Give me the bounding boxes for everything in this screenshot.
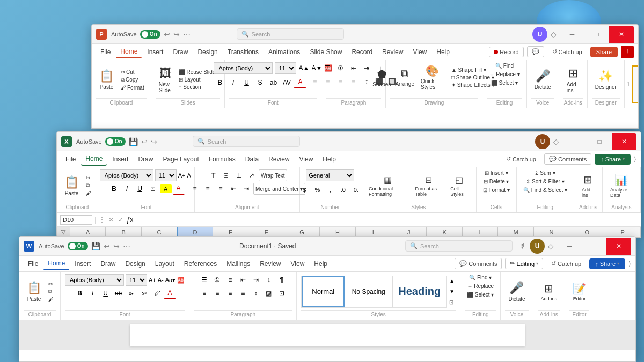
wd-styles-expand-btn[interactable]: ⊡	[449, 299, 455, 305]
pp-quick-styles-btn[interactable]: 🎨 Quick Styles	[418, 62, 447, 92]
wd-clear-format-btn[interactable]: 🆎	[177, 277, 185, 284]
xl-fill-color-btn[interactable]: A	[160, 184, 172, 193]
wd-more-btn[interactable]: ⋯	[123, 242, 130, 250]
xl-merge-btn[interactable]: Merge and Center ▾	[253, 183, 305, 195]
pp-menu-review[interactable]: Review	[378, 46, 407, 58]
wd-user-avatar[interactable]: U	[530, 239, 545, 254]
pp-font-size-select[interactable]: 11	[275, 62, 296, 74]
wd-borders-btn[interactable]: ⊡	[276, 287, 288, 299]
xl-save-icon[interactable]: 💾	[129, 137, 138, 146]
pp-menu-help[interactable]: Help	[432, 46, 454, 58]
pp-bullets-btn[interactable]: ☰	[322, 62, 334, 74]
wd-close-btn[interactable]: ✕	[606, 238, 631, 255]
xl-cancel-formula-btn[interactable]: ✕	[108, 216, 114, 224]
pp-menu-home[interactable]: Home	[116, 46, 142, 58]
pp-increase-indent-btn[interactable]: ⇥	[361, 62, 372, 74]
pp-arrange-btn[interactable]: ⧉ Arrange	[394, 65, 415, 89]
wd-extra-btn[interactable]: ⟩	[628, 260, 631, 268]
pp-paste-btn[interactable]: 📋 Paste	[96, 67, 117, 92]
pp-user-avatar[interactable]: U	[532, 27, 547, 42]
xl-borders-btn[interactable]: ⊡	[147, 183, 159, 195]
wd-align-left-btn[interactable]: ≡	[199, 287, 210, 299]
xl-format-painter-btn[interactable]: 🖌	[84, 190, 93, 197]
wd-align-right-btn[interactable]: ≡	[224, 287, 236, 299]
xl-inc-places-btn[interactable]: 0.	[350, 184, 362, 196]
wd-font-increase-btn[interactable]: A+	[149, 277, 156, 283]
xl-menu-formulas[interactable]: Formulas	[204, 153, 240, 165]
pp-close-btn[interactable]: ✕	[609, 26, 634, 43]
pp-dictate-btn[interactable]: 🎤 Dictate	[531, 67, 554, 92]
pp-font-color-btn[interactable]: A	[294, 77, 306, 88]
pp-select-btn[interactable]: ⬛ Select ▾	[489, 79, 520, 86]
wd-catchup-btn[interactable]: ↺ Catch up	[546, 258, 586, 269]
xl-sum-btn[interactable]: Σ Sum ▾	[533, 169, 557, 176]
xl-dec-places-btn[interactable]: .0	[337, 184, 349, 196]
wd-select-btn[interactable]: ⬛ Select ▾	[465, 291, 496, 298]
wd-font-decrease-btn[interactable]: A-	[158, 277, 164, 283]
pp-menu-transitions[interactable]: Transitions	[223, 46, 263, 58]
xl-menu-help[interactable]: Help	[318, 153, 340, 165]
wd-share-btn[interactable]: ↑ Share ▾	[589, 258, 625, 269]
xl-autosave-toggle[interactable]: On	[105, 137, 126, 146]
wd-menu-help[interactable]: Help	[310, 258, 332, 270]
xl-format-btn[interactable]: ⊡ Format ▾	[481, 187, 512, 194]
wd-dictate-btn[interactable]: 🎤 Dictate	[505, 279, 528, 304]
xl-format-table-btn[interactable]: ⊟ Format as Table	[412, 173, 445, 199]
wd-menu-references[interactable]: References	[180, 258, 221, 270]
wd-menu-draw[interactable]: Draw	[96, 258, 120, 270]
pp-menu-record[interactable]: Record	[347, 46, 377, 58]
pp-copy-btn[interactable]: ⧉ Copy	[119, 76, 147, 84]
xl-menu-pagelayout[interactable]: Page Layout	[158, 153, 203, 165]
wd-shading-btn[interactable]: ▨	[263, 287, 275, 299]
pp-slide-thumb[interactable]	[632, 65, 638, 103]
pp-more-btn[interactable]: ⋯	[183, 30, 191, 39]
xl-currency-btn[interactable]: $	[298, 184, 310, 196]
xl-cut-btn[interactable]: ✂	[84, 174, 93, 181]
wd-redo-btn[interactable]: ↪	[113, 242, 120, 250]
pp-align-right-btn[interactable]: ≡	[335, 76, 347, 87]
xl-comments-btn[interactable]: 💬 Comments	[544, 153, 591, 165]
xl-inc-indent-btn[interactable]: ⇥	[240, 183, 252, 195]
pp-menu-file[interactable]: File	[96, 46, 115, 58]
wd-bullets-btn[interactable]: ☰	[199, 274, 210, 286]
wd-bold-btn[interactable]: B	[74, 287, 86, 299]
pp-italic-btn[interactable]: I	[227, 77, 239, 88]
wd-superscript-btn[interactable]: x²	[138, 287, 150, 299]
xl-insert-btn[interactable]: ⊞ Insert ▾	[482, 169, 510, 176]
wd-font-color-btn[interactable]: A	[164, 287, 176, 299]
wd-font-select[interactable]: Aptos (Body)	[65, 274, 124, 286]
pp-redo-btn[interactable]: ↪	[173, 30, 180, 39]
pp-cut-btn[interactable]: ✂ Cut	[119, 69, 147, 76]
pp-menu-draw[interactable]: Draw	[169, 46, 192, 58]
wd-numbering-btn[interactable]: ①	[211, 274, 223, 286]
xl-number-format-select[interactable]: General	[306, 169, 354, 181]
wd-justify-btn[interactable]: ≡	[237, 287, 249, 299]
wd-line-spacing-btn[interactable]: ↕	[250, 287, 262, 299]
wd-menu-insert[interactable]: Insert	[70, 258, 95, 270]
xl-undo-btn[interactable]: ↩	[141, 137, 148, 146]
wd-save-icon[interactable]: 💾	[91, 242, 100, 250]
xl-wrap-text-btn[interactable]: Wrap Text	[259, 169, 287, 181]
pp-shapes-btn[interactable]: ⬟ Shapes	[371, 65, 392, 90]
xl-find-select-btn[interactable]: 🔍 Find & Select ▾	[521, 187, 569, 194]
wd-menu-file[interactable]: File	[24, 258, 42, 270]
xl-menu-data[interactable]: Data	[241, 153, 263, 165]
wd-format-painter-btn[interactable]: 🖌	[46, 296, 56, 303]
wd-underline-btn[interactable]: U	[100, 287, 112, 299]
wd-diamond-icon[interactable]: ◇	[548, 242, 554, 250]
wd-minimize-btn[interactable]: ─	[557, 238, 582, 255]
wd-style-nospacing-item[interactable]: No Spacing	[345, 276, 393, 307]
wd-autosave-toggle[interactable]: On	[68, 242, 88, 250]
wd-change-case-btn[interactable]: Aa▾	[165, 277, 175, 284]
wd-multilevel-btn[interactable]: ≡	[224, 274, 236, 286]
wd-doc-page[interactable]	[130, 324, 525, 346]
wd-cut-btn[interactable]: ✂	[46, 280, 56, 287]
pp-find-btn[interactable]: 🔍 Find	[493, 62, 516, 69]
xl-mid-align-btn[interactable]: ⊟	[220, 169, 232, 181]
xl-dec-indent-btn[interactable]: ⇤	[228, 183, 239, 195]
pp-record-btn[interactable]: Record	[489, 47, 523, 57]
xl-sort-filter-btn[interactable]: ⇕ Sort & Filter ▾	[524, 178, 566, 185]
xl-formula-more-btn[interactable]: ⋮	[99, 216, 105, 224]
xl-align-right-btn[interactable]: ≡	[215, 183, 226, 195]
pp-menu-view[interactable]: View	[408, 46, 431, 58]
